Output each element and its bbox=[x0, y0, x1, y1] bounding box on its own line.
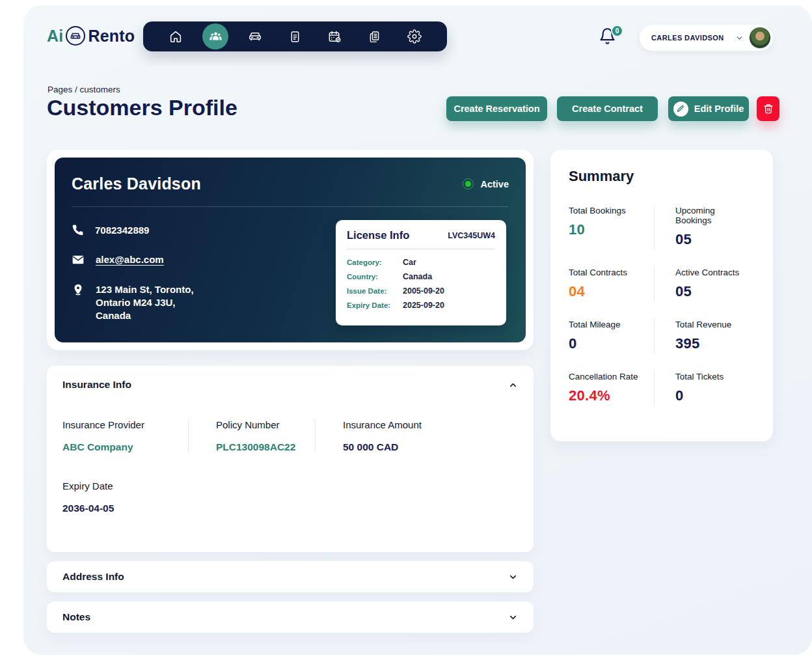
stat-upcoming-bookings: Upcoming Bookings 05 bbox=[654, 206, 755, 248]
copy-documents-icon bbox=[368, 30, 381, 44]
stat-total-bookings: Total Bookings 10 bbox=[569, 206, 654, 248]
document-icon bbox=[288, 30, 302, 44]
customer-email[interactable]: alex@abc.com bbox=[96, 253, 164, 266]
customer-profile-card: Carles Davidson Active 7082342889 bbox=[47, 150, 534, 350]
license-row-expiry-date: Expiry Date: 2025-09-20 bbox=[347, 301, 495, 310]
pencil-icon bbox=[673, 102, 688, 117]
stat-total-contracts: Total Contracts 04 bbox=[569, 268, 654, 300]
divider bbox=[72, 206, 509, 207]
notes-title: Notes bbox=[62, 611, 90, 623]
nav-reservations[interactable] bbox=[322, 23, 348, 49]
address-info-section: Address Info bbox=[47, 561, 534, 592]
policy-number-field: Policy Number PLC130098AC22 bbox=[188, 419, 315, 453]
breadcrumb[interactable]: Pages / customers bbox=[47, 85, 120, 94]
nav-home[interactable] bbox=[163, 23, 189, 49]
license-info-title: License Info bbox=[347, 229, 409, 242]
stat-total-tickets: Total Tickets 0 bbox=[654, 372, 755, 404]
chevron-down-icon bbox=[735, 34, 744, 42]
create-reservation-button[interactable]: Create Reservation bbox=[446, 96, 547, 121]
notes-section: Notes bbox=[47, 602, 534, 633]
chevron-up-icon bbox=[508, 380, 518, 390]
insurance-provider-field: Insurance Provider ABC Company bbox=[62, 419, 188, 453]
status-label: Active bbox=[480, 179, 509, 189]
nav-settings[interactable] bbox=[401, 23, 427, 49]
delete-customer-button[interactable] bbox=[757, 96, 779, 121]
nav-customers[interactable] bbox=[202, 23, 228, 49]
avatar bbox=[749, 27, 771, 49]
gear-icon bbox=[407, 29, 422, 44]
user-menu[interactable]: CARLES DAVIDSON bbox=[640, 25, 773, 51]
customer-name: Carles Davidson bbox=[72, 174, 201, 193]
license-row-category: Category: Car bbox=[347, 258, 495, 267]
brand-car-icon bbox=[66, 26, 85, 46]
contact-list: 7082342889 alex@abc.com 123 Main St, Tor… bbox=[72, 220, 336, 325]
license-row-issue-date: Issue Date: 2005-09-20 bbox=[347, 286, 495, 296]
brand-logo: Ai Rento bbox=[47, 26, 135, 46]
nav-contracts[interactable] bbox=[362, 23, 388, 49]
stat-total-mileage: Total Mileage 0 bbox=[569, 320, 654, 352]
customer-phone[interactable]: 7082342889 bbox=[95, 224, 149, 237]
summary-title: Summary bbox=[569, 168, 755, 185]
notes-header[interactable]: Notes bbox=[62, 602, 518, 633]
stat-cancellation-rate: Cancellation Rate 20.4% bbox=[569, 372, 654, 404]
content-shell: Ai Rento bbox=[23, 5, 812, 655]
brand-name-primary: Ai bbox=[47, 27, 63, 46]
insurance-info-title: Insurance Info bbox=[62, 379, 131, 391]
page-title: Customers Profile bbox=[47, 95, 237, 120]
edit-profile-label: Edit Profile bbox=[694, 104, 744, 114]
license-number: LVC345UW4 bbox=[448, 231, 495, 240]
summary-card: Summary Total Bookings 10 Upcoming Booki… bbox=[550, 150, 773, 441]
home-icon bbox=[169, 29, 183, 44]
license-row-country: Country: Canada bbox=[347, 272, 495, 281]
summary-column: Summary Total Bookings 10 Upcoming Booki… bbox=[550, 150, 773, 441]
car-icon bbox=[247, 29, 263, 44]
chevron-down-icon bbox=[508, 613, 518, 622]
insurance-info-header[interactable]: Insurance Info bbox=[62, 366, 518, 404]
customer-address: 123 Main St, Toronto, Ontario M24 J3U, C… bbox=[96, 283, 194, 323]
create-contract-button[interactable]: Create Contract bbox=[557, 96, 658, 121]
summary-grid: Total Bookings 10 Upcoming Bookings 05 T… bbox=[569, 206, 755, 404]
envelope-icon bbox=[72, 253, 85, 266]
main-column: Carles Davidson Active 7082342889 bbox=[47, 150, 534, 633]
calendar-check-icon bbox=[327, 29, 342, 44]
address-row: 123 Main St, Toronto, Ontario M24 J3U, C… bbox=[72, 283, 336, 323]
notifications-button[interactable]: 0 bbox=[599, 27, 621, 49]
insurance-amount-field: Insurance Amount 50 000 CAD bbox=[315, 419, 518, 453]
divider bbox=[347, 249, 495, 249]
main-navbar bbox=[143, 21, 447, 51]
status-badge: Active bbox=[463, 178, 509, 189]
stat-total-revenue: Total Revenue 395 bbox=[654, 320, 755, 352]
phone-icon bbox=[72, 224, 84, 236]
chevron-down-icon bbox=[508, 572, 518, 582]
trash-icon bbox=[763, 104, 774, 114]
stat-active-contracts: Active Contracts 05 bbox=[654, 268, 755, 300]
customer-profile-inner: Carles Davidson Active 7082342889 bbox=[55, 158, 526, 342]
email-row: alex@abc.com bbox=[72, 253, 336, 266]
status-dot-icon bbox=[463, 178, 474, 189]
brand-name-secondary: Rento bbox=[88, 27, 135, 46]
users-icon bbox=[208, 29, 223, 44]
nav-vehicles[interactable] bbox=[242, 23, 268, 49]
address-info-title: Address Info bbox=[62, 571, 124, 583]
insurance-info-section: Insurance Info Insurance Provider ABC Co… bbox=[47, 366, 534, 552]
license-info-card: License Info LVC345UW4 Category: Car Cou… bbox=[336, 220, 506, 325]
phone-row: 7082342889 bbox=[72, 224, 336, 237]
location-pin-icon bbox=[72, 283, 85, 296]
nav-documents[interactable] bbox=[282, 23, 308, 49]
edit-profile-button[interactable]: Edit Profile bbox=[668, 96, 749, 121]
app-root: Ai Rento bbox=[0, 0, 812, 664]
address-info-header[interactable]: Address Info bbox=[62, 561, 518, 592]
user-name: CARLES DAVIDSON bbox=[651, 34, 730, 42]
insurance-expiry-field: Expiry Date 2036-04-05 bbox=[62, 480, 518, 514]
notification-count-badge: 0 bbox=[611, 25, 623, 37]
